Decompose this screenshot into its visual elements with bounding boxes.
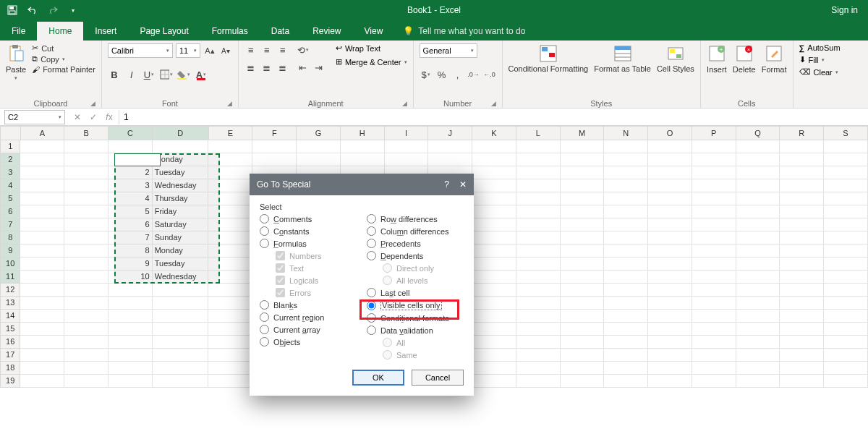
cell[interactable] [208, 349, 252, 362]
decrease-decimal-icon[interactable]: ←.0 [483, 68, 496, 81]
cell[interactable] [561, 218, 605, 231]
cell[interactable] [109, 323, 153, 336]
row-header[interactable]: 6 [0, 205, 20, 218]
col-header[interactable]: D [153, 126, 209, 140]
cell[interactable] [780, 375, 824, 388]
cell[interactable] [604, 179, 648, 192]
cell[interactable] [604, 244, 648, 258]
cell[interactable] [648, 310, 692, 323]
cell[interactable] [472, 349, 516, 362]
cell[interactable] [692, 271, 736, 284]
cell[interactable] [561, 362, 605, 375]
cell[interactable] [692, 297, 736, 310]
cell[interactable] [20, 271, 64, 284]
cell[interactable] [64, 323, 109, 336]
cell[interactable] [604, 153, 648, 166]
cell[interactable] [780, 349, 824, 362]
align-right-icon[interactable]: ≣ [276, 61, 289, 74]
formula-input[interactable] [119, 110, 868, 124]
cell[interactable] [64, 336, 109, 349]
cell[interactable] [561, 297, 605, 310]
cell[interactable] [604, 205, 648, 218]
cell[interactable] [736, 244, 780, 258]
opt-col-diff[interactable]: Column differences [367, 226, 464, 236]
cell[interactable] [604, 284, 648, 297]
qat-customize-icon[interactable]: ▾ [65, 2, 81, 18]
row-header[interactable]: 16 [0, 336, 20, 349]
cell[interactable] [64, 258, 109, 271]
decrease-indent-icon[interactable]: ⇤ [297, 61, 310, 74]
row-header[interactable]: 15 [0, 323, 20, 336]
tab-page-layout[interactable]: Page Layout [128, 22, 200, 41]
cell[interactable] [692, 218, 736, 231]
cell[interactable] [64, 271, 109, 284]
cell[interactable] [824, 218, 868, 231]
cell[interactable] [516, 271, 561, 284]
cancel-formula-icon[interactable]: ✕ [69, 110, 85, 124]
cell[interactable] [736, 336, 780, 349]
cell[interactable] [516, 140, 561, 153]
cell[interactable] [692, 310, 736, 323]
cell[interactable]: 2 [109, 166, 153, 179]
cell[interactable] [341, 153, 385, 166]
opt-data-validation[interactable]: Data validation [367, 326, 464, 335]
opt-current-region[interactable]: Current region [260, 312, 357, 322]
cell[interactable] [824, 336, 868, 349]
cell[interactable] [692, 258, 736, 271]
tell-me[interactable]: 💡 Tell me what you want to do [394, 22, 534, 41]
cell[interactable] [516, 323, 561, 336]
cell[interactable] [208, 205, 252, 218]
cell[interactable] [780, 362, 824, 375]
cell[interactable] [736, 192, 780, 205]
cell[interactable]: Friday [153, 205, 209, 218]
opt-blanks[interactable]: Blanks [260, 300, 357, 310]
cell[interactable] [208, 310, 252, 323]
cell[interactable] [516, 205, 561, 218]
cell[interactable] [692, 362, 736, 375]
cell[interactable] [153, 284, 209, 297]
cell[interactable] [604, 297, 648, 310]
cell[interactable] [20, 205, 64, 218]
col-header[interactable]: I [385, 126, 429, 140]
cell[interactable] [516, 336, 561, 349]
cell[interactable] [604, 231, 648, 244]
cell[interactable] [20, 258, 64, 271]
row-header[interactable]: 11 [0, 271, 20, 284]
cell[interactable] [208, 271, 252, 284]
percent-format-icon[interactable]: % [435, 68, 448, 81]
cell[interactable]: Tuesday [153, 166, 209, 179]
cell[interactable] [20, 362, 64, 375]
name-box[interactable]: C2▾ [4, 110, 65, 124]
merge-center-button[interactable]: ⊞Merge & Center▾ [336, 57, 407, 67]
cell[interactable] [64, 153, 109, 166]
row-header[interactable]: 5 [0, 192, 20, 205]
wrap-text-button[interactable]: ↩Wrap Text [336, 43, 407, 53]
orientation-icon[interactable]: ⟲▾ [297, 43, 310, 56]
cell[interactable] [561, 323, 605, 336]
cell[interactable] [64, 205, 109, 218]
cell[interactable] [20, 166, 64, 179]
cell[interactable] [561, 166, 605, 179]
cell[interactable] [648, 153, 692, 166]
cell[interactable] [648, 284, 692, 297]
align-left-icon[interactable]: ≣ [244, 61, 258, 74]
cell[interactable] [561, 310, 605, 323]
cell[interactable] [208, 192, 252, 205]
cell[interactable] [109, 362, 153, 375]
font-color-button[interactable]: A▾ [195, 68, 208, 81]
cell[interactable] [648, 179, 692, 192]
cell[interactable] [648, 375, 692, 388]
cell[interactable] [736, 153, 780, 166]
row-header[interactable]: 13 [0, 297, 20, 310]
cell[interactable]: Monday [153, 244, 209, 258]
cell[interactable] [604, 166, 648, 179]
cell[interactable] [20, 349, 64, 362]
opt-last-cell[interactable]: Last cell [367, 288, 464, 297]
cell[interactable] [516, 231, 561, 244]
cell[interactable] [20, 284, 64, 297]
cell[interactable] [109, 349, 153, 362]
insert-cells-button[interactable]: +Insert [707, 43, 727, 74]
cell[interactable] [648, 231, 692, 244]
cell[interactable] [109, 375, 153, 388]
row-header[interactable]: 8 [0, 231, 20, 244]
